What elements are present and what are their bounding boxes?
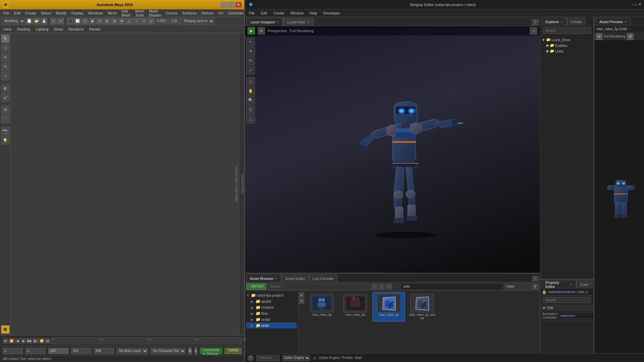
stingray-maximize-btn[interactable]: □ — [635, 2, 637, 7]
maya-mode-select[interactable]: Modeling — [1, 18, 25, 24]
stingray-minimize-btn[interactable]: − — [631, 2, 633, 7]
prop-anim-ctrl-value[interactable] — [558, 313, 594, 319]
maya-menu-modify[interactable]: Modify — [54, 10, 68, 16]
play-fwd-btn[interactable]: ▶▶ — [27, 338, 32, 344]
maya-tb-new[interactable]: 📄 — [26, 18, 33, 24]
skip-end-btn[interactable]: ⏭ — [45, 338, 50, 344]
sr-settings-btn[interactable]: ⚙ — [258, 27, 265, 35]
preview-settings-icon[interactable]: ⚙ — [596, 33, 602, 40]
sr-command-input[interactable] — [256, 355, 280, 361]
sr-expand-btn[interactable]: ⤢ — [530, 27, 537, 35]
prop-section-unit-header[interactable]: ▼ Unit — [540, 304, 594, 311]
explorer-tab[interactable]: Explorer ✕ — [542, 18, 567, 25]
maya-tb-btn7[interactable]: ⊗ — [111, 18, 118, 24]
sr-side-triangle[interactable]: △ — [246, 115, 255, 123]
sr-menu-create[interactable]: Create — [271, 10, 287, 16]
sr-tab-level-flow[interactable]: Level Flow ✕ — [283, 18, 314, 26]
exp-entities[interactable]: ▶ 📁 Entities — [542, 43, 592, 48]
step-fwd-btn[interactable]: ▶| — [33, 338, 38, 344]
asset-browser-help-btn[interactable]: ? — [532, 276, 538, 281]
create-tab[interactable]: Create — [567, 18, 585, 25]
maya-close-btn[interactable]: ✕ — [235, 2, 241, 7]
stingray-close-btn[interactable]: ✕ — [638, 2, 641, 7]
maya-menu-display[interactable]: Display — [69, 10, 86, 16]
maya-menu-mesh-tools[interactable]: Mesh Tools — [133, 8, 146, 18]
explorer-tab-close[interactable]: ✕ — [560, 20, 563, 23]
maya-stingray-mode[interactable]: Stingray tone-m — [181, 18, 214, 24]
explorer-search-input[interactable] — [543, 27, 591, 34]
maya-select-tool[interactable]: ↖ — [1, 34, 10, 43]
maya-timeline-bar[interactable]: 0 50 100 150 200 — [52, 338, 241, 344]
maya-menu-windows[interactable]: Windows — [86, 10, 105, 16]
sr-menu-help[interactable]: Help — [307, 10, 320, 16]
sr-play-btn[interactable]: ▶ — [248, 27, 255, 35]
maya-tb-btn2[interactable]: ⬜ — [74, 18, 81, 24]
step-back-btn[interactable]: ◀ — [15, 338, 20, 344]
update-btn[interactable]: Update — [225, 348, 241, 354]
asset-search-input[interactable] — [268, 283, 370, 290]
maya-sec-panels[interactable]: Panels — [87, 26, 103, 32]
asset-path-input[interactable] — [400, 283, 503, 290]
asset-browser-tab-close[interactable]: ✕ — [275, 277, 278, 280]
sr-tab-level-viewport[interactable]: Level Viewport ✕ — [246, 18, 283, 26]
maya-light[interactable]: 💡 — [1, 136, 10, 145]
sr-engine-select[interactable]: Editor Engine — [282, 355, 310, 361]
maya-menu-curves[interactable]: Curves — [164, 10, 179, 16]
maya-menu-file[interactable]: File — [1, 10, 11, 16]
char-set-select[interactable]: No Character Set — [151, 348, 185, 354]
asset-nav-icon-down[interactable]: ▼ — [299, 298, 304, 304]
maya-sec-lighting[interactable]: Lighting — [34, 26, 51, 32]
maya-soft-select[interactable]: ◐ — [1, 84, 10, 93]
maya-tb-btn12[interactable]: ◇ — [148, 18, 155, 24]
frame-range-input[interactable] — [48, 348, 68, 354]
maya-snap-curve[interactable]: ⌒ — [1, 115, 10, 123]
prop-conn-tab[interactable]: Conn — [576, 281, 592, 288]
maya-menu-create[interactable]: Create — [23, 10, 38, 16]
script-editor-tab[interactable]: Script Editor — [281, 275, 309, 282]
maya-tb-btn6[interactable]: ⊕ — [104, 18, 110, 24]
sr-viewport[interactable]: ▶ ⚙ Perspective Full Rendering ⤢ ↖ ✛ ↻ ⤢… — [245, 26, 540, 273]
sr-side-camera-pan[interactable]: ✋ — [246, 86, 255, 95]
maya-tb-btn4[interactable]: ◉ — [89, 18, 96, 24]
maya-menu-deform[interactable]: Deform — [199, 10, 215, 16]
sr-menu-edit[interactable]: Edit — [258, 10, 270, 16]
sr-side-camera-orbit[interactable]: 🎥 — [246, 77, 255, 86]
frame-current-input[interactable] — [25, 348, 46, 354]
sr-side-move[interactable]: ✛ — [246, 47, 255, 56]
asset-browser-tab[interactable]: Asset Browser ✕ — [246, 275, 281, 282]
maya-lasso-tool[interactable]: ⊙ — [1, 44, 10, 52]
maya-tb-btn5[interactable]: ✦ — [96, 18, 103, 24]
maya-menu-mesh[interactable]: Mesh — [106, 10, 119, 16]
frame-end2-input[interactable] — [94, 348, 114, 354]
sr-side-select[interactable]: ↖ — [246, 38, 255, 46]
anim-settings-btn[interactable]: ⚙ — [188, 348, 192, 354]
anim-layer-select[interactable]: No Anim Layer — [117, 348, 148, 354]
frame-start-input[interactable] — [3, 348, 23, 354]
tree-item-flow[interactable]: ▶ 📁 flow — [246, 310, 297, 316]
sr-tab-lf-close[interactable]: ✕ — [307, 20, 309, 24]
maya-menu-uv[interactable]: UV — [216, 10, 225, 16]
maya-minimize-btn[interactable]: − — [221, 2, 227, 7]
maya-maximize-btn[interactable]: □ — [228, 2, 234, 7]
prop-search-input[interactable] — [543, 297, 591, 303]
sr-side-camera-zoom[interactable]: 🔍 — [246, 96, 255, 105]
tree-item-appkit[interactable]: ▶ 📁 appkit — [246, 298, 297, 304]
tree-item-script[interactable]: ▶ 📁 script — [246, 316, 297, 322]
asset-item-2[interactable]: char_robot_3p — [339, 292, 372, 321]
prop-editor-tab[interactable]: Property Editor ✕ — [542, 281, 576, 288]
maya-scale-tool[interactable]: ⤢ — [1, 72, 10, 80]
maya-rotate-tool[interactable]: ↻ — [1, 62, 10, 71]
sr-help-btn[interactable]: ? — [248, 355, 254, 361]
skip-start-btn[interactable]: ⏮ — [3, 338, 8, 344]
maya-sec-show[interactable]: Show — [52, 26, 65, 32]
maya-sec-view[interactable]: View — [1, 26, 13, 32]
next-frame-btn[interactable]: ⏩ — [39, 338, 44, 344]
asset-filter-input[interactable] — [504, 283, 531, 290]
sr-tab-help-btn[interactable]: ? — [532, 19, 539, 25]
maya-menu-select[interactable]: Select — [39, 10, 53, 16]
asset-filter-btn[interactable]: ▼ — [532, 284, 538, 290]
maya-toolbar-val1[interactable] — [155, 18, 167, 24]
asset-nav-icon-up[interactable]: ▲ — [299, 292, 304, 298]
maya-tb-btn3[interactable]: ⬡ — [82, 18, 88, 24]
sr-menu-file[interactable]: File — [246, 10, 258, 16]
